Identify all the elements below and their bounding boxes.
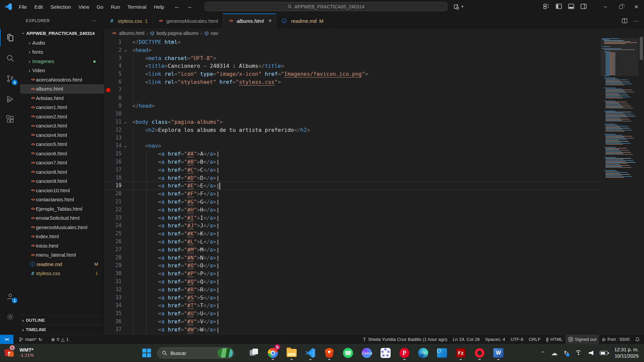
tab-styless-css[interactable]: # styless.css 1 bbox=[104, 13, 153, 28]
code-line-36[interactable]: 36 <a href="#V">V</a>| bbox=[104, 318, 601, 326]
search-view-icon[interactable] bbox=[0, 49, 20, 67]
code-line-34[interactable]: 34 <a href="#T">T</a>| bbox=[104, 302, 601, 310]
tab-generosmusicales-html[interactable]: <> generosMusicales.html bbox=[153, 13, 223, 28]
taskbar-app-whatsapp[interactable]: ☎ bbox=[342, 347, 354, 359]
menu-view[interactable]: View bbox=[76, 3, 92, 11]
file-row-generosmusicales-html[interactable]: <>generosMusicales.html bbox=[20, 223, 104, 232]
taskbar-app-outlook[interactable]: O bbox=[436, 347, 448, 359]
file-row-cancion6-html[interactable]: <>cancion6.html bbox=[20, 149, 104, 158]
cursor-position-status[interactable]: Ln 19, Col 28 bbox=[450, 335, 482, 344]
code-editor[interactable]: 1<!DOCTYPE html>2⌄<head>3 <meta charset=… bbox=[104, 38, 601, 334]
line-number[interactable]: 24 bbox=[104, 222, 121, 230]
command-center-search[interactable]: APPWEB_PRACTICA05_240314 bbox=[205, 2, 447, 11]
language-mode-status[interactable]: {̸} HTML bbox=[543, 335, 565, 344]
file-row-ejemplo-tablas-html[interactable]: <>Ejemplo_Tablas.html bbox=[20, 204, 104, 214]
explorer-more-actions-icon[interactable]: ⋯ bbox=[91, 18, 97, 24]
run-debug-view-icon[interactable] bbox=[0, 90, 20, 108]
code-line-24[interactable]: 24 <a href="#J">J</a>| bbox=[104, 222, 601, 230]
tab-readme-md[interactable]: i readme.md M bbox=[277, 13, 328, 28]
taskbar-app-edge[interactable] bbox=[417, 347, 429, 359]
fold-chevron-icon[interactable]: ⌄ bbox=[124, 142, 127, 150]
file-row-readme-md[interactable]: ireadme.mdM bbox=[20, 260, 104, 269]
code-line-30[interactable]: 30 <a href="#P">P</a>| bbox=[104, 270, 601, 278]
line-number[interactable]: 23 bbox=[104, 214, 121, 222]
code-line-6[interactable]: 6 <link rel="stylesheet" href="styless.c… bbox=[104, 78, 601, 86]
file-row-enviarsolicitud-html[interactable]: <>enviarSolicitud.html bbox=[20, 213, 104, 223]
file-row-cancion1-html[interactable]: <>cancion1.html bbox=[20, 103, 104, 112]
split-editor-icon[interactable] bbox=[622, 18, 628, 24]
file-row-acercanosotros-html[interactable]: <>acercaNosotros.html bbox=[20, 75, 104, 85]
line-number[interactable]: 13 bbox=[104, 134, 121, 142]
code-line-21[interactable]: 21 <a href="#G">G</a>| bbox=[104, 198, 601, 206]
code-line-9[interactable]: 9</head> bbox=[104, 102, 601, 110]
file-row-cancion4-html[interactable]: <>cancion4.html bbox=[20, 131, 104, 140]
stocks-widget[interactable]: ↗ 5 WMT* -1.21% bbox=[5, 346, 34, 359]
scrollbar-thumb[interactable] bbox=[640, 37, 643, 60]
live-server-port-status[interactable]: ⊘ Port : 5500 bbox=[599, 335, 632, 344]
line-number[interactable]: 31 bbox=[104, 278, 121, 286]
file-row-cancion10-html[interactable]: <>cancion10.html bbox=[20, 186, 104, 195]
code-line-29[interactable]: 29 <a href="#O">O</a>| bbox=[104, 262, 601, 270]
start-button[interactable] bbox=[142, 349, 151, 357]
line-number[interactable]: 30 bbox=[104, 270, 121, 278]
code-line-28[interactable]: 28 <a href="#N">N</a>| bbox=[104, 254, 601, 262]
fold-chevron-icon[interactable]: ⌄ bbox=[124, 118, 127, 126]
line-number[interactable]: 22 bbox=[104, 206, 121, 214]
taskbar-app-brave[interactable] bbox=[324, 347, 335, 359]
line-number[interactable]: 16 bbox=[104, 158, 121, 166]
explorer-root-folder[interactable]: ›APPWEB_PRACTICA05_240314 bbox=[20, 29, 104, 38]
editor-more-actions-icon[interactable]: ⋯ bbox=[633, 18, 639, 24]
folder-row-fonts[interactable]: ›fonts bbox=[20, 47, 104, 57]
minimize-button[interactable]: – bbox=[598, 0, 613, 13]
code-line-17[interactable]: 17 <a href="#C">C</a>| bbox=[104, 166, 601, 174]
taskbar-clock[interactable]: 12:31 p. m. 10/11/2025 bbox=[614, 347, 639, 359]
line-number[interactable]: 18 bbox=[104, 174, 121, 182]
code-line-13[interactable]: 13 bbox=[104, 134, 601, 142]
menu-help[interactable]: Help bbox=[151, 3, 167, 11]
breadcrumb-symbol-body[interactable]: body.pagina-albums bbox=[156, 31, 198, 36]
taskbar-app-vscode[interactable] bbox=[305, 347, 316, 359]
line-number[interactable]: 27 bbox=[104, 246, 121, 254]
taskbar-app-canva[interactable]: Canva bbox=[361, 347, 373, 359]
code-line-8[interactable]: 8 bbox=[104, 94, 601, 102]
code-line-11[interactable]: 11⌄<body class="pagina-albums"> bbox=[104, 118, 601, 126]
line-number[interactable]: 15 bbox=[104, 150, 121, 158]
tab-close-icon[interactable]: × bbox=[268, 18, 271, 24]
taskbar-app-filezilla[interactable]: Fz bbox=[455, 347, 466, 359]
file-row-artistas-html[interactable]: <>Artistas.html bbox=[20, 94, 104, 103]
code-line-32[interactable]: 32 <a href="#R">R</a>| bbox=[104, 286, 601, 294]
code-line-37[interactable]: 37 <a href="#W">W</a>| bbox=[104, 326, 601, 334]
menu-go[interactable]: Go bbox=[94, 3, 106, 11]
line-number[interactable]: 14 bbox=[104, 142, 121, 150]
file-row-cancion3-html[interactable]: <>cancion3.html bbox=[20, 121, 104, 131]
folder-row-audio[interactable]: ›Audio bbox=[20, 38, 104, 48]
taskbar-app-chrome[interactable]: S bbox=[267, 347, 279, 359]
editor-scrollbar[interactable] bbox=[639, 28, 644, 334]
line-number[interactable]: 19 bbox=[104, 182, 121, 190]
battery-icon[interactable] bbox=[600, 351, 608, 355]
code-line-5[interactable]: 5 <link rel="icon" type="image/x-icon" h… bbox=[104, 70, 601, 78]
code-line-14[interactable]: 14⌄ <nav> bbox=[104, 142, 601, 150]
volume-icon[interactable] bbox=[589, 351, 593, 355]
code-line-20[interactable]: 20 <a href="#F">F</a>| bbox=[104, 190, 601, 198]
line-number[interactable]: 28 bbox=[104, 254, 121, 262]
line-number[interactable]: 26 bbox=[104, 238, 121, 246]
file-row-menu-lateral-html[interactable]: <>menu_lateral.html bbox=[20, 250, 104, 260]
git-branch-status[interactable]: main* ↻ bbox=[16, 335, 45, 344]
taskbar-app-file-explorer[interactable] bbox=[286, 347, 297, 359]
search-highlight-image[interactable] bbox=[217, 348, 233, 358]
tab-albums-html[interactable]: <> albums.html × bbox=[223, 13, 277, 28]
line-number[interactable]: 34 bbox=[104, 302, 121, 310]
history-back-icon[interactable]: ← bbox=[174, 3, 180, 10]
source-control-view-icon[interactable]: 4 bbox=[0, 70, 20, 87]
code-line-33[interactable]: 33 <a href="#S">S</a>| bbox=[104, 294, 601, 302]
line-number[interactable]: 35 bbox=[104, 310, 121, 318]
code-line-27[interactable]: 27 <a href="#M">M</a>| bbox=[104, 246, 601, 254]
timeline-section[interactable]: ›TIMELINE bbox=[20, 325, 104, 334]
line-number[interactable]: 29 bbox=[104, 262, 121, 270]
menu-selection[interactable]: Selection bbox=[48, 3, 74, 11]
folder-row-video[interactable]: ›Video bbox=[20, 66, 104, 75]
code-line-26[interactable]: 26 <a href="#L">L</a>| bbox=[104, 238, 601, 246]
git-blame-status[interactable]: Sheila Yuridia Cruz Badillo (1 hour ago) bbox=[360, 335, 450, 344]
line-number[interactable]: 20 bbox=[104, 190, 121, 198]
